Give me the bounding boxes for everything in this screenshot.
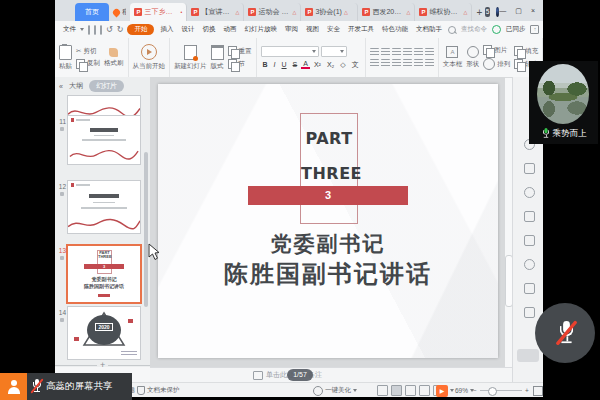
- font-color-button[interactable]: A: [301, 60, 310, 69]
- picture-button[interactable]: 图片: [483, 45, 510, 55]
- fullscreen-button[interactable]: [533, 383, 543, 397]
- textbox-button[interactable]: A 文本框: [443, 46, 463, 69]
- animation-tool-icon[interactable]: [524, 163, 535, 174]
- indent-decrease-icon[interactable]: [392, 48, 401, 57]
- minimize-button[interactable]: —: [499, 7, 506, 15]
- align-distribute-icon[interactable]: [425, 59, 434, 68]
- tab-document-3[interactable]: P 运动会 线上1 △: [244, 3, 301, 21]
- menu-insert[interactable]: 插入: [158, 24, 175, 35]
- panel-tool-icon[interactable]: [524, 307, 535, 318]
- save-icon[interactable]: [88, 25, 90, 35]
- sharer-avatar-tile[interactable]: [0, 373, 27, 400]
- resource-tool-icon[interactable]: [524, 259, 535, 270]
- zoom-out-button[interactable]: −: [473, 383, 477, 397]
- tab-count-badge[interactable]: 5: [485, 7, 489, 17]
- muted-mic-icon[interactable]: [32, 379, 42, 394]
- menu-view[interactable]: 视图: [304, 24, 321, 35]
- indent-increase-icon[interactable]: [403, 48, 412, 57]
- superscript-button[interactable]: X²: [312, 61, 323, 68]
- panel-collapse-button[interactable]: «: [59, 83, 63, 90]
- menu-review[interactable]: 审阅: [283, 24, 300, 35]
- justify-icon[interactable]: [403, 59, 412, 68]
- sync-status[interactable]: 已同步: [506, 25, 526, 34]
- menu-animation[interactable]: 动画: [221, 24, 238, 35]
- menu-devtools[interactable]: 开发工具: [346, 24, 376, 35]
- sidebar-handle[interactable]: [517, 349, 539, 362]
- paste-button[interactable]: 粘贴: [59, 45, 72, 71]
- slides-tab[interactable]: 幻灯片: [89, 80, 124, 92]
- tab-home[interactable]: 首页: [75, 3, 109, 21]
- close-button[interactable]: ×: [531, 7, 535, 15]
- format-painter-button[interactable]: 格式刷: [104, 48, 124, 68]
- text-direction-icon[interactable]: [425, 48, 434, 57]
- slide-thumbnail-11[interactable]: [67, 115, 141, 165]
- tab-document-5[interactable]: P 西发2019三 △: [358, 3, 415, 21]
- design-tool-icon[interactable]: [524, 187, 535, 198]
- participant-video-tile[interactable]: 乘势而上: [529, 61, 598, 144]
- underline-button[interactable]: U: [280, 61, 289, 68]
- menu-home[interactable]: 开始: [127, 24, 154, 35]
- add-slide-button[interactable]: +: [100, 360, 105, 370]
- play-from-current-button[interactable]: 从当前开始: [133, 44, 166, 71]
- tab-document-2[interactable]: P 【宣讲会】3 △: [187, 3, 244, 21]
- subscript-button[interactable]: X₂: [325, 61, 336, 68]
- protect-status[interactable]: 文档未保护: [137, 383, 180, 397]
- panel-scrollbar[interactable]: [144, 152, 148, 307]
- zoom-in-button[interactable]: +: [525, 383, 529, 397]
- number-list-icon[interactable]: [381, 48, 390, 57]
- new-tab-button[interactable]: +: [476, 7, 482, 18]
- zoom-level[interactable]: 69%: [455, 383, 474, 397]
- reset-button[interactable]: 重置: [228, 46, 252, 56]
- normal-view-icon[interactable]: [377, 385, 388, 396]
- tab-document-4[interactable]: P 3协会(1) △: [301, 3, 358, 21]
- menu-slideshow[interactable]: 幻灯片放映: [242, 24, 279, 35]
- slide-thumbnail-12[interactable]: [67, 180, 141, 234]
- bold-button[interactable]: B: [261, 61, 270, 68]
- text-language-button[interactable]: 文: [350, 60, 361, 70]
- print-icon[interactable]: [94, 25, 96, 35]
- section-button[interactable]: 节: [228, 59, 252, 69]
- cut-button[interactable]: ✂剪切: [76, 47, 100, 56]
- maximize-button[interactable]: ▢: [515, 7, 522, 15]
- shape-button[interactable]: 形状: [466, 46, 479, 69]
- chart-tool-icon[interactable]: [524, 211, 535, 222]
- font-size-select[interactable]: [321, 46, 347, 57]
- redo-icon[interactable]: ↻: [117, 25, 124, 34]
- columns-icon[interactable]: [414, 59, 423, 68]
- align-center-icon[interactable]: [381, 59, 390, 68]
- strikethrough-button[interactable]: S: [291, 61, 300, 68]
- search-command[interactable]: 查找命令: [461, 25, 487, 34]
- zoom-slider-knob[interactable]: [488, 387, 497, 396]
- align-left-icon[interactable]: [370, 59, 379, 68]
- cloud-sync-icon[interactable]: [492, 25, 501, 34]
- notes-tool-icon[interactable]: [524, 235, 535, 246]
- reading-view-icon[interactable]: [419, 385, 430, 396]
- menu-design[interactable]: 设计: [179, 24, 196, 35]
- tab-document-1[interactable]: P 三下乡宣讲引 •: [130, 3, 187, 21]
- bullet-list-icon[interactable]: [370, 48, 379, 57]
- layout-button[interactable]: 版式: [211, 45, 224, 71]
- slide-thumbnail-13-selected[interactable]: PART THREE 3 党委副书记 陈胜国副书记讲话: [66, 244, 142, 304]
- slide-sorter-icon[interactable]: [405, 385, 416, 396]
- font-name-select[interactable]: [261, 46, 319, 57]
- italic-button[interactable]: I: [272, 61, 278, 68]
- file-menu[interactable]: 文件: [63, 25, 76, 34]
- align-right-icon[interactable]: [392, 59, 401, 68]
- beautify-button[interactable]: 一键美化: [313, 383, 357, 397]
- fill-button[interactable]: 填充: [514, 46, 538, 56]
- slide-thumbnail-14[interactable]: 2020: [67, 306, 141, 360]
- copy-button[interactable]: 复制: [76, 59, 100, 69]
- tab-docer-template[interactable]: 稻壳模板: [109, 3, 130, 21]
- arrange-button[interactable]: 排列: [483, 58, 510, 70]
- clear-format-button[interactable]: ◇: [338, 61, 347, 69]
- menu-features[interactable]: 特色功能: [380, 24, 410, 35]
- menu-transition[interactable]: 切换: [200, 24, 217, 35]
- current-slide[interactable]: PART THREE 3 党委副书记 陈胜国副书记讲话: [158, 84, 498, 358]
- line-spacing-icon[interactable]: [414, 48, 423, 57]
- search-icon[interactable]: [448, 26, 456, 34]
- export-tool-icon[interactable]: [524, 283, 535, 294]
- mute-toggle-button[interactable]: [535, 303, 595, 363]
- current-view-icon[interactable]: [391, 385, 402, 396]
- menu-security[interactable]: 安全: [325, 24, 342, 35]
- slideshow-button[interactable]: ▶: [436, 383, 454, 397]
